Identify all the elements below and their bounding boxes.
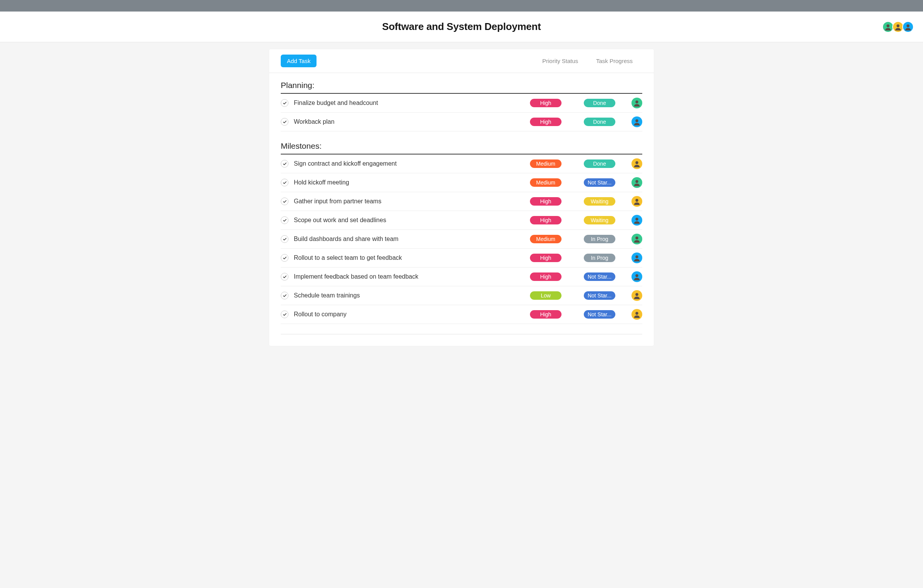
progress-cell[interactable]: Waiting xyxy=(584,197,628,206)
add-task-button[interactable]: Add Task xyxy=(281,55,317,67)
priority-cell[interactable]: Medium xyxy=(530,159,584,168)
task-title[interactable]: Rollout to a select team to get feedback xyxy=(294,254,530,261)
task-row[interactable]: Rollout to companyHighNot Star... xyxy=(281,305,642,324)
progress-cell[interactable]: In Prog xyxy=(584,254,628,262)
task-title[interactable]: Implement feedback based on team feedbac… xyxy=(294,273,530,280)
priority-badge[interactable]: Medium xyxy=(530,235,561,243)
task-row[interactable]: Workback planHighDone xyxy=(281,113,642,131)
progress-cell[interactable]: Waiting xyxy=(584,216,628,224)
assignee-avatar[interactable] xyxy=(631,271,642,282)
complete-checkbox[interactable] xyxy=(281,254,288,262)
column-header-priority[interactable]: Priority Status xyxy=(542,58,596,64)
progress-badge[interactable]: Done xyxy=(584,99,615,107)
priority-badge[interactable]: High xyxy=(530,99,561,107)
priority-badge[interactable]: High xyxy=(530,254,561,262)
assignee-cell[interactable] xyxy=(628,309,642,320)
priority-badge[interactable]: Medium xyxy=(530,159,561,168)
assignee-avatar[interactable] xyxy=(631,215,642,226)
task-row[interactable]: Hold kickoff meetingMediumNot Star... xyxy=(281,173,642,192)
progress-cell[interactable]: Not Star... xyxy=(584,272,628,281)
complete-checkbox[interactable] xyxy=(281,198,288,205)
assignee-avatar[interactable] xyxy=(631,116,642,127)
task-row[interactable]: Scope out work and set deadlinesHighWait… xyxy=(281,211,642,230)
assignee-cell[interactable] xyxy=(628,252,642,263)
assignee-avatar[interactable] xyxy=(631,252,642,263)
task-title[interactable]: Finalize budget and headcount xyxy=(294,100,530,106)
assignee-avatar[interactable] xyxy=(631,309,642,320)
complete-checkbox[interactable] xyxy=(281,99,288,107)
progress-cell[interactable]: Done xyxy=(584,99,628,107)
priority-cell[interactable]: High xyxy=(530,197,584,206)
complete-checkbox[interactable] xyxy=(281,311,288,318)
progress-badge[interactable]: Not Star... xyxy=(584,272,615,281)
progress-cell[interactable]: Done xyxy=(584,118,628,126)
section-title[interactable]: Planning: xyxy=(281,77,642,94)
progress-badge[interactable]: In Prog xyxy=(584,235,615,243)
priority-badge[interactable]: High xyxy=(530,197,561,206)
assignee-avatar[interactable] xyxy=(631,196,642,207)
task-row[interactable]: Schedule team trainingsLowNot Star... xyxy=(281,286,642,305)
complete-checkbox[interactable] xyxy=(281,160,288,168)
task-title[interactable]: Scope out work and set deadlines xyxy=(294,217,530,224)
assignee-avatar[interactable] xyxy=(631,158,642,169)
assignee-avatar[interactable] xyxy=(631,234,642,244)
task-title[interactable]: Sign contract and kickoff engagement xyxy=(294,160,530,167)
task-title[interactable]: Build dashboards and share with team xyxy=(294,236,530,243)
progress-badge[interactable]: Done xyxy=(584,118,615,126)
priority-cell[interactable]: High xyxy=(530,310,584,319)
priority-badge[interactable]: High xyxy=(530,118,561,126)
task-row[interactable]: Sign contract and kickoff engagementMedi… xyxy=(281,154,642,173)
assignee-cell[interactable] xyxy=(628,234,642,244)
task-row[interactable]: Implement feedback based on team feedbac… xyxy=(281,267,642,286)
assignee-cell[interactable] xyxy=(628,98,642,108)
task-title[interactable]: Schedule team trainings xyxy=(294,292,530,299)
progress-cell[interactable]: In Prog xyxy=(584,235,628,243)
progress-badge[interactable]: Waiting xyxy=(584,216,615,224)
progress-cell[interactable]: Done xyxy=(584,159,628,168)
progress-badge[interactable]: Not Star... xyxy=(584,310,615,319)
assignee-cell[interactable] xyxy=(628,215,642,226)
assignee-avatar[interactable] xyxy=(631,177,642,188)
progress-badge[interactable]: Not Star... xyxy=(584,178,615,187)
progress-badge[interactable]: Waiting xyxy=(584,197,615,206)
priority-cell[interactable]: Medium xyxy=(530,178,584,187)
assignee-cell[interactable] xyxy=(628,290,642,301)
progress-cell[interactable]: Not Star... xyxy=(584,310,628,319)
progress-badge[interactable]: Done xyxy=(584,159,615,168)
complete-checkbox[interactable] xyxy=(281,273,288,281)
priority-cell[interactable]: High xyxy=(530,216,584,224)
assignee-cell[interactable] xyxy=(628,271,642,282)
priority-cell[interactable]: Medium xyxy=(530,235,584,243)
priority-cell[interactable]: High xyxy=(530,272,584,281)
priority-cell[interactable]: High xyxy=(530,118,584,126)
assignee-avatar[interactable] xyxy=(631,290,642,301)
complete-checkbox[interactable] xyxy=(281,235,288,243)
complete-checkbox[interactable] xyxy=(281,179,288,186)
priority-cell[interactable]: High xyxy=(530,99,584,107)
priority-badge[interactable]: High xyxy=(530,272,561,281)
member-avatar[interactable] xyxy=(902,21,914,33)
task-title[interactable]: Hold kickoff meeting xyxy=(294,179,530,186)
column-header-progress[interactable]: Task Progress xyxy=(596,58,642,64)
progress-cell[interactable]: Not Star... xyxy=(584,178,628,187)
assignee-cell[interactable] xyxy=(628,116,642,127)
assignee-avatar[interactable] xyxy=(631,98,642,108)
assignee-cell[interactable] xyxy=(628,158,642,169)
complete-checkbox[interactable] xyxy=(281,118,288,126)
task-row[interactable]: Rollout to a select team to get feedback… xyxy=(281,249,642,267)
section-title[interactable]: Milestones: xyxy=(281,138,642,154)
priority-badge[interactable]: Medium xyxy=(530,178,561,187)
task-row[interactable]: Build dashboards and share with teamMedi… xyxy=(281,230,642,249)
progress-cell[interactable]: Not Star... xyxy=(584,291,628,300)
task-title[interactable]: Rollout to company xyxy=(294,311,530,318)
priority-cell[interactable]: Low xyxy=(530,291,584,300)
task-row[interactable]: Finalize budget and headcountHighDone xyxy=(281,94,642,113)
assignee-cell[interactable] xyxy=(628,177,642,188)
priority-badge[interactable]: High xyxy=(530,216,561,224)
complete-checkbox[interactable] xyxy=(281,216,288,224)
task-title[interactable]: Workback plan xyxy=(294,118,530,125)
assignee-cell[interactable] xyxy=(628,196,642,207)
priority-badge[interactable]: Low xyxy=(530,291,561,300)
priority-badge[interactable]: High xyxy=(530,310,561,319)
progress-badge[interactable]: In Prog xyxy=(584,254,615,262)
